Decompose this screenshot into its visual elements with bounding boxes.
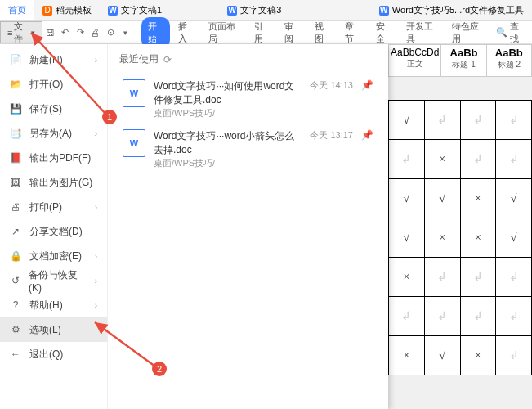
table-cell[interactable]: × [460, 179, 496, 218]
table-cell[interactable]: ↲ [496, 140, 532, 179]
recent-file-item[interactable]: WWord文字技巧···word小箭头怎么去掉.doc桌面/WPS技巧/今天 1… [119, 124, 377, 174]
style-option[interactable]: AaBbCcDd正文 [389, 45, 441, 76]
tab-template[interactable]: D稻壳模板 [34, 0, 100, 20]
table-cell[interactable]: ↲ [389, 140, 425, 179]
table-cell[interactable]: ↲ [460, 297, 496, 336]
table-cell[interactable]: √ [389, 179, 425, 218]
table-cell[interactable]: ↲ [496, 297, 532, 336]
style-sample: AaBb [489, 47, 530, 59]
table-cell[interactable]: × [389, 258, 425, 297]
search-icon: 🔍 [496, 27, 507, 38]
save-icon[interactable]: 🖫 [42, 25, 57, 41]
ribbon-tab[interactable]: 安全 [369, 17, 398, 48]
file-menu-item-open[interactable]: 📂打开(O) [0, 72, 107, 97]
redo-icon[interactable]: ↷ [73, 25, 87, 41]
table-cell[interactable]: × [424, 218, 460, 258]
tab-label: 文字文稿1 [121, 4, 162, 16]
ribbon-tab[interactable]: 开发工具 [400, 17, 444, 48]
menu-item-label: 退出(Q) [29, 348, 63, 362]
document-area: AaBbCcDd正文AaBb标题 1AaBb标题 2 √↲↲↲↲×↲↲√√×√√… [388, 44, 532, 409]
annotation-2: 2 [152, 362, 167, 376]
style-option[interactable]: AaBb标题 1 [441, 45, 486, 76]
file-menu-item-new[interactable]: 📄新建(N)› [0, 47, 107, 72]
table-cell[interactable]: √ [424, 179, 460, 218]
style-name: 标题 1 [443, 59, 484, 70]
exit-icon: ← [10, 348, 21, 360]
file-dropdown: 📄新建(N)›📂打开(O)💾保存(S)📑另存为(A)›📕输出为PDF(F)🖼输出… [0, 44, 388, 409]
doc-icon: W [108, 6, 118, 16]
ribbon-tab[interactable]: 开始 [141, 17, 170, 48]
chevron-right-icon: › [95, 301, 97, 310]
file-menu-item-img[interactable]: 🖼输出为图片(G) [0, 170, 107, 195]
table-cell[interactable]: ↲ [460, 140, 496, 179]
preview-icon[interactable]: ⊙ [103, 25, 118, 41]
chevron-right-icon: › [95, 252, 97, 261]
recent-file-item[interactable]: WWord文字技巧···如何使用word文件修复工具.doc桌面/WPS技巧/今… [119, 74, 377, 124]
file-menu-item-saveas[interactable]: 📑另存为(A)› [0, 121, 107, 146]
ribbon-tab[interactable]: 视图 [308, 17, 337, 48]
file-menu-item-lock[interactable]: 🔒文档加密(E)› [0, 244, 107, 268]
file-menu-item-options[interactable]: ⚙选项(L) [0, 317, 107, 342]
ribbon-tab[interactable]: 特色应用 [445, 17, 490, 48]
pin-icon[interactable]: 📌 [361, 129, 373, 141]
style-name: 正文 [391, 58, 439, 70]
table-cell[interactable]: × [424, 140, 460, 179]
table-cell[interactable]: √ [424, 336, 460, 375]
file-menu-item-pdf[interactable]: 📕输出为PDF(F) [0, 146, 107, 170]
ribbon-tab[interactable]: 引用 [248, 17, 276, 48]
ribbon-tab[interactable]: 审阅 [278, 17, 306, 48]
table-cell[interactable]: ↲ [424, 258, 460, 297]
style-sample: AaBb [443, 47, 484, 59]
table-cell[interactable]: ↲ [460, 258, 496, 297]
undo-icon[interactable]: ↶ [58, 25, 73, 41]
search-button[interactable]: 🔍查找 [490, 20, 532, 45]
menu-item-label: 输出为图片(G) [29, 176, 92, 190]
ribbon-tab[interactable]: 页面布局 [202, 17, 246, 48]
ribbon-tab[interactable]: 章节 [338, 17, 367, 48]
print-icon[interactable]: 🖨 [88, 25, 103, 41]
print-icon: 🖨 [10, 201, 21, 213]
share-icon: ↗ [10, 226, 21, 237]
file-label: 文件 [14, 20, 29, 45]
lock-icon: 🔒 [10, 250, 21, 262]
table-cell[interactable]: × [460, 336, 496, 375]
table-cell[interactable]: ↲ [496, 101, 532, 140]
file-menu-item-print[interactable]: 🖨打印(P)› [0, 195, 107, 219]
table-cell[interactable]: ↲ [496, 336, 532, 375]
open-icon: 📂 [10, 79, 21, 90]
table-cell[interactable]: ↲ [424, 297, 460, 336]
chevron-down-icon[interactable]: ▾ [118, 25, 132, 41]
tab-label: 首页 [8, 4, 26, 16]
new-icon: 📄 [10, 54, 21, 65]
table-cell[interactable]: √ [389, 218, 425, 258]
table-cell[interactable]: × [460, 218, 496, 258]
table-cell[interactable]: ↲ [496, 258, 532, 297]
table-cell[interactable]: × [389, 336, 425, 375]
table-cell[interactable]: ↲ [424, 101, 460, 140]
pdf-icon: 📕 [10, 152, 21, 164]
help-icon: ? [10, 299, 21, 311]
ribbon-tab[interactable]: 插入 [172, 17, 200, 48]
file-menu-button[interactable]: ≡ 文件 ▾ [0, 21, 42, 43]
menu-item-label: 打开(O) [29, 78, 63, 92]
file-menu-item-exit[interactable]: ←退出(Q) [0, 342, 107, 366]
file-menu-item-share[interactable]: ↗分享文档(D) [0, 219, 107, 244]
recent-label: 最近使用 [119, 52, 159, 66]
file-menu-item-help[interactable]: ?帮助(H)› [0, 293, 107, 317]
table-cell[interactable]: ↲ [460, 101, 496, 140]
chevron-down-icon: ▾ [31, 29, 35, 37]
tab-home[interactable]: 首页 [0, 0, 34, 20]
file-menu-item-backup[interactable]: ↺备份与恢复(K)› [0, 268, 107, 293]
menu-item-label: 帮助(H) [29, 299, 63, 312]
recent-path: 桌面/WPS技巧/ [154, 107, 302, 119]
table-cell[interactable]: √ [389, 101, 425, 140]
style-option[interactable]: AaBb标题 2 [487, 45, 531, 76]
table-cell[interactable]: √ [496, 179, 532, 218]
refresh-icon[interactable]: ⟳ [163, 54, 172, 65]
toolbar: ≡ 文件 ▾ 🖫 ↶ ↷ 🖨 ⊙ ▾ 开始插入页面布局引用审阅视图章节安全开发工… [0, 21, 532, 44]
table-cell[interactable]: ↲ [389, 297, 425, 336]
recent-time: 今天 14:13 [310, 79, 353, 92]
table-cell[interactable]: √ [496, 218, 532, 258]
pin-icon[interactable]: 📌 [361, 79, 373, 91]
file-menu-item-save[interactable]: 💾保存(S) [0, 97, 107, 121]
